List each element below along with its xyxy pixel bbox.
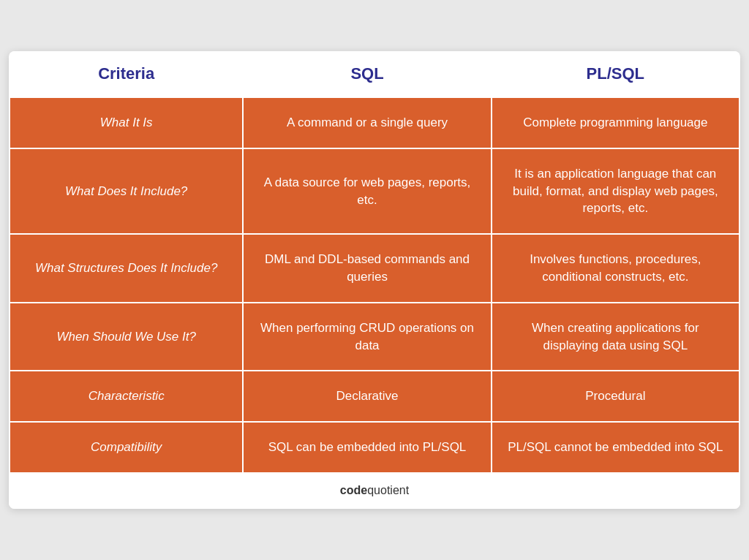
row-3-plsql: When creating applications for displayin… [492,303,739,371]
table-row: When Should We Use It?When performing CR… [10,303,739,371]
comparison-table-container: Criteria SQL PL/SQL What It IsA command … [9,51,740,509]
brand-bold: code [340,484,367,496]
row-2-sql: DML and DDL-based commands and queries [243,234,491,303]
table-row: What It IsA command or a single queryCom… [10,97,739,148]
comparison-table: Criteria SQL PL/SQL What It IsA command … [9,51,740,474]
row-5-criteria: Compatibility [10,422,243,473]
table-row: What Structures Does It Include?DML and … [10,234,739,303]
row-3-criteria: When Should We Use It? [10,303,243,371]
row-3-sql: When performing CRUD operations on data [243,303,491,371]
table-row: CompatibilitySQL can be embedded into PL… [10,422,739,473]
header-criteria: Criteria [10,51,243,97]
row-0-sql: A command or a single query [243,97,491,148]
footer: codequotient [9,474,740,509]
row-2-criteria: What Structures Does It Include? [10,234,243,303]
brand-regular: quotient [367,484,409,496]
row-5-plsql: PL/SQL cannot be embedded into SQL [492,422,739,473]
row-0-criteria: What It Is [10,97,243,148]
row-4-criteria: Characteristic [10,371,243,422]
row-1-sql: A data source for web pages, reports, et… [243,148,491,234]
table-row: CharacteristicDeclarativeProcedural [10,371,739,422]
row-0-plsql: Complete programming language [492,97,739,148]
row-2-plsql: Involves functions, procedures, conditio… [492,234,739,303]
row-5-sql: SQL can be embedded into PL/SQL [243,422,491,473]
table-header-row: Criteria SQL PL/SQL [10,51,739,97]
header-plsql: PL/SQL [492,51,739,97]
row-4-sql: Declarative [243,371,491,422]
table-row: What Does It Include?A data source for w… [10,148,739,234]
row-4-plsql: Procedural [492,371,739,422]
row-1-criteria: What Does It Include? [10,148,243,234]
header-sql: SQL [243,51,491,97]
row-1-plsql: It is an application language that can b… [492,148,739,234]
